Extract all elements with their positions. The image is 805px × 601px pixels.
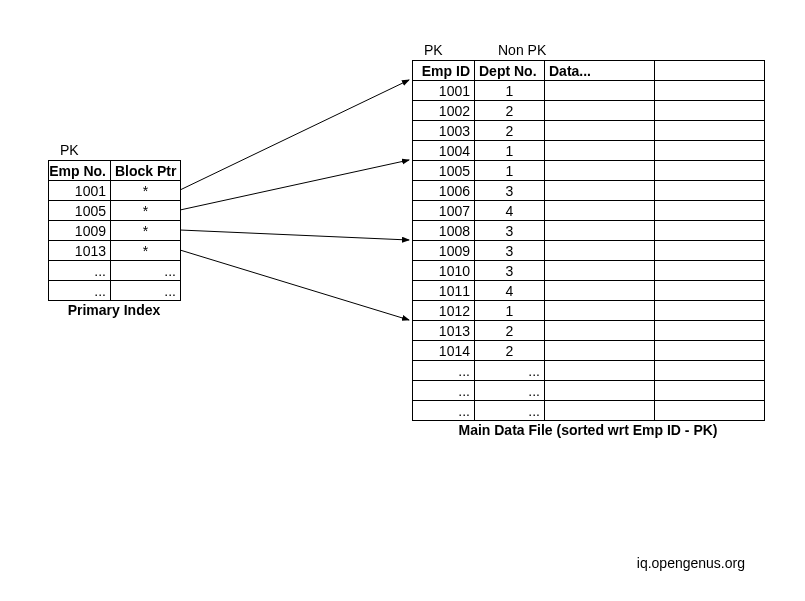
data-blank <box>655 301 765 321</box>
index-empno: ... <box>49 261 111 281</box>
main-data-file-table: Emp ID Dept No. Data... 10011 10022 1003… <box>412 60 765 421</box>
data-empid: 1010 <box>413 261 475 281</box>
data-row: 10032 <box>413 121 765 141</box>
data-blank <box>655 181 765 201</box>
data-blank <box>655 161 765 181</box>
data-dept: 2 <box>475 341 545 361</box>
index-header-row: Emp No. Block Ptr <box>49 161 181 181</box>
index-empno: 1005 <box>49 201 111 221</box>
arrow-1001 <box>180 80 409 190</box>
index-empno: 1009 <box>49 221 111 241</box>
data-blank <box>545 341 655 361</box>
data-row: 10041 <box>413 141 765 161</box>
data-caption: Main Data File (sorted wrt Emp ID - PK) <box>412 422 764 438</box>
data-blank <box>545 161 655 181</box>
data-blank <box>545 301 655 321</box>
data-blank <box>655 241 765 261</box>
data-empid: 1013 <box>413 321 475 341</box>
arrow-1009 <box>180 230 409 240</box>
data-blank <box>545 401 655 421</box>
data-blank <box>545 81 655 101</box>
index-ptr: ... <box>111 261 181 281</box>
primary-index-table: Emp No. Block Ptr 1001* 1005* 1009* 1013… <box>48 160 181 301</box>
index-ptr: * <box>111 221 181 241</box>
index-row: ...... <box>49 261 181 281</box>
index-header-empno: Emp No. <box>49 161 111 181</box>
data-dept: 3 <box>475 181 545 201</box>
data-dept: 1 <box>475 141 545 161</box>
data-row: 10074 <box>413 201 765 221</box>
data-blank <box>545 221 655 241</box>
index-ptr: * <box>111 181 181 201</box>
data-row: 10142 <box>413 341 765 361</box>
data-empid: 1012 <box>413 301 475 321</box>
arrow-1005 <box>180 160 409 210</box>
data-blank <box>545 241 655 261</box>
index-ptr: ... <box>111 281 181 301</box>
data-empid: 1014 <box>413 341 475 361</box>
index-empno: 1001 <box>49 181 111 201</box>
data-blank <box>655 261 765 281</box>
data-blank <box>655 121 765 141</box>
data-row: ...... <box>413 381 765 401</box>
data-row: 10011 <box>413 81 765 101</box>
data-blank <box>545 141 655 161</box>
index-ptr: * <box>111 201 181 221</box>
data-empid: 1003 <box>413 121 475 141</box>
data-nonpk-label: Non PK <box>498 42 546 58</box>
data-row: 10114 <box>413 281 765 301</box>
data-dept: ... <box>475 381 545 401</box>
data-blank <box>545 261 655 281</box>
data-row: ...... <box>413 401 765 421</box>
data-blank <box>655 221 765 241</box>
data-dept: 1 <box>475 81 545 101</box>
data-row: 10093 <box>413 241 765 261</box>
data-header-data: Data... <box>545 61 655 81</box>
data-blank <box>655 201 765 221</box>
data-header-blank <box>655 61 765 81</box>
data-header-deptno: Dept No. <box>475 61 545 81</box>
data-header-row: Emp ID Dept No. Data... <box>413 61 765 81</box>
data-empid: 1008 <box>413 221 475 241</box>
data-empid: 1004 <box>413 141 475 161</box>
data-blank <box>655 81 765 101</box>
index-header-blockptr: Block Ptr <box>111 161 181 181</box>
data-empid: ... <box>413 361 475 381</box>
index-row: 1001* <box>49 181 181 201</box>
data-blank <box>655 361 765 381</box>
arrow-1013 <box>180 250 409 320</box>
index-empno: 1013 <box>49 241 111 261</box>
data-row: 10121 <box>413 301 765 321</box>
index-caption: Primary Index <box>48 302 180 318</box>
data-blank <box>655 101 765 121</box>
data-dept: 1 <box>475 161 545 181</box>
data-blank <box>655 381 765 401</box>
data-dept: 2 <box>475 121 545 141</box>
footer-credit: iq.opengenus.org <box>637 555 745 571</box>
data-blank <box>545 361 655 381</box>
data-row: 10103 <box>413 261 765 281</box>
data-blank <box>545 121 655 141</box>
data-blank <box>545 181 655 201</box>
data-blank <box>545 381 655 401</box>
data-blank <box>545 101 655 121</box>
data-header-empid: Emp ID <box>413 61 475 81</box>
index-ptr: * <box>111 241 181 261</box>
data-empid: 1011 <box>413 281 475 301</box>
data-empid: 1002 <box>413 101 475 121</box>
data-blank <box>655 281 765 301</box>
data-row: ...... <box>413 361 765 381</box>
index-row: 1005* <box>49 201 181 221</box>
data-dept: 4 <box>475 281 545 301</box>
data-dept: 2 <box>475 101 545 121</box>
data-empid: 1006 <box>413 181 475 201</box>
data-row: 10132 <box>413 321 765 341</box>
data-row: 10083 <box>413 221 765 241</box>
data-dept: ... <box>475 361 545 381</box>
data-empid: ... <box>413 381 475 401</box>
data-dept: 4 <box>475 201 545 221</box>
data-empid: 1007 <box>413 201 475 221</box>
data-dept: ... <box>475 401 545 421</box>
data-blank <box>545 281 655 301</box>
data-pk-label: PK <box>424 42 443 58</box>
